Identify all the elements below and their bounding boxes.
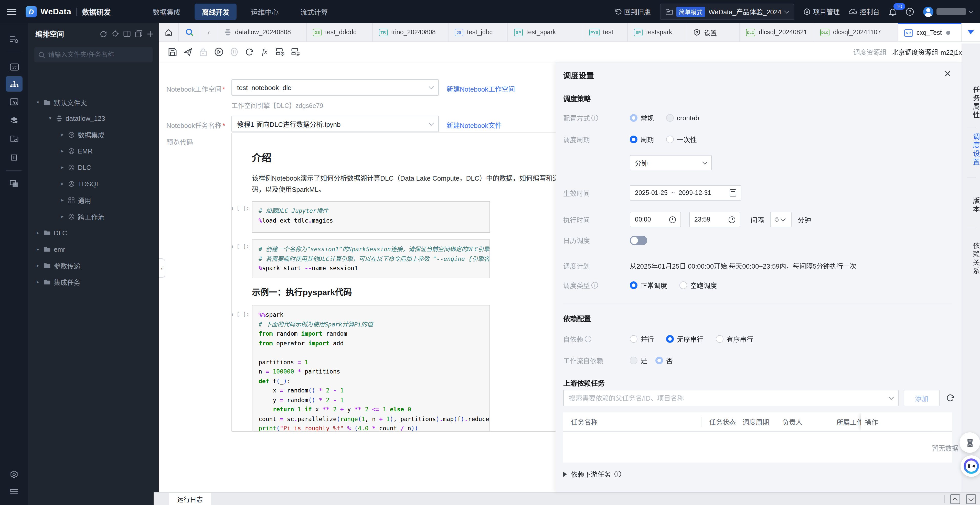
radio-cycle-periodic[interactable]: 周期: [630, 135, 654, 144]
tab-testspark[interactable]: SP testspark: [628, 23, 687, 41]
downstream-tasks-toggle[interactable]: 依赖下游任务 i: [563, 469, 621, 479]
tree-item-emr[interactable]: ▸ EMR: [60, 144, 93, 157]
caret-right-icon[interactable]: ▸: [60, 181, 65, 186]
parameter-settings-button[interactable]: [272, 45, 288, 59]
unsaved-dot-icon[interactable]: [947, 31, 951, 35]
info-icon[interactable]: i: [585, 336, 591, 342]
collapse-panel-handle[interactable]: ‹: [159, 258, 165, 278]
caret-right-icon[interactable]: ▸: [60, 214, 65, 219]
radio-selfdep-parallel[interactable]: 并行: [630, 334, 654, 344]
col-owner[interactable]: 负责人: [782, 417, 837, 427]
project-selector[interactable]: 简单模式 WeData_产品体验_2024: [660, 3, 794, 20]
tab-test-jdbc[interactable]: JS test_jdbc: [449, 23, 508, 41]
col-schedule-cycle[interactable]: 调度周期: [743, 417, 782, 427]
calendar-schedule-toggle[interactable]: [630, 236, 647, 245]
hamburger-menu-icon[interactable]: [7, 8, 16, 14]
start-time-input[interactable]: 00:00: [630, 212, 681, 227]
radio-config-crontab[interactable]: crontab: [666, 114, 699, 122]
user-menu[interactable]: [923, 6, 973, 17]
new-notebook-file-link[interactable]: 新建Notebook文件: [447, 120, 501, 130]
tree-item-tdsql[interactable]: ▸ TDSQL: [60, 177, 100, 191]
tree-refresh-icon[interactable]: [100, 30, 107, 37]
rail-function-icon[interactable]: f: [6, 95, 22, 109]
date-range-input[interactable]: 2025-01-25 ~ 2099-12-31: [630, 185, 741, 200]
caret-right-icon[interactable]: ▸: [35, 230, 40, 235]
caret-right-icon[interactable]: ▸: [60, 197, 65, 203]
right-tab-dependencies[interactable]: 依赖关系: [962, 242, 980, 276]
new-workspace-link[interactable]: 新建Notebook工作空间: [447, 84, 515, 94]
help-icon[interactable]: ?: [906, 8, 914, 16]
tree-item-data-integration[interactable]: ▸ 数据集成: [60, 128, 105, 141]
tree-item-folder-emr[interactable]: ▸ emr: [35, 243, 65, 256]
rail-file-settings-icon[interactable]: [6, 132, 22, 146]
col-task-name[interactable]: 任务名称: [563, 417, 702, 427]
tree-batch-icon[interactable]: [135, 30, 142, 37]
radio-config-normal[interactable]: 常规: [630, 113, 654, 123]
col-actions[interactable]: 操作: [861, 412, 937, 431]
nav-item-data-integration[interactable]: 数据集成: [145, 3, 188, 20]
collapse-panel-down-button[interactable]: [966, 494, 976, 504]
function-button[interactable]: fx: [257, 45, 272, 59]
global-search-tab[interactable]: [179, 23, 200, 41]
tree-add-icon[interactable]: [147, 30, 154, 37]
rail-sql-icon[interactable]: Sq: [6, 60, 22, 74]
tab-cxq-test[interactable]: NB cxq_Test: [898, 23, 962, 41]
tree-search-input[interactable]: [48, 51, 140, 58]
run-button[interactable]: [211, 45, 226, 59]
rail-settings-gear-icon[interactable]: [6, 467, 22, 481]
end-time-input[interactable]: 23:59: [689, 212, 740, 227]
tab-dlcsql-20241107[interactable]: DLC dlcsql_20241107: [814, 23, 898, 41]
radio-type-normal[interactable]: 正常调度: [630, 280, 667, 290]
save-button[interactable]: [165, 45, 180, 59]
notifications-bell[interactable]: 10: [889, 8, 897, 16]
quick-apps-button[interactable]: [959, 432, 980, 453]
radio-wfdep-no[interactable]: 否: [655, 356, 673, 365]
close-icon[interactable]: ✕: [944, 68, 951, 79]
home-tab[interactable]: [159, 23, 179, 41]
nav-item-ops-center[interactable]: 运维中心: [244, 3, 286, 20]
rail-recycle-bin-icon[interactable]: [6, 150, 22, 164]
tab-list-dropdown[interactable]: [962, 23, 980, 41]
refresh-button[interactable]: [242, 45, 257, 59]
tree-item-folder-integration-tasks[interactable]: ▸ 集成任务: [35, 275, 80, 289]
scroll-tabs-left[interactable]: ‹: [200, 23, 218, 41]
workspace-select[interactable]: test_notebook_dlc: [231, 79, 439, 96]
caret-down-icon[interactable]: ▾: [35, 100, 40, 105]
tree-item-general[interactable]: ▸ 通用: [60, 194, 91, 207]
info-icon[interactable]: i: [591, 282, 598, 289]
refresh-icon[interactable]: [946, 394, 955, 402]
upstream-search-select[interactable]: [563, 390, 899, 406]
tree-item-folder-dlc[interactable]: ▸ DLC: [35, 226, 67, 240]
task-name-select[interactable]: 教程1-面向DLC进行数据分析.ipynb: [231, 116, 439, 132]
add-dependency-button[interactable]: 添加: [904, 390, 940, 406]
caret-right-icon[interactable]: ▸: [60, 165, 65, 170]
tree-item-dataflow-123[interactable]: ▾ dataflow_123: [48, 111, 105, 125]
caret-right-icon[interactable]: ▸: [35, 279, 40, 284]
tree-search-box[interactable]: [34, 47, 153, 62]
tab-dataflow-20240808[interactable]: dataflow_20240808: [218, 23, 307, 41]
rail-task-list-icon[interactable]: [6, 484, 22, 499]
tree-panel-toggle-icon[interactable]: [123, 30, 130, 37]
cycle-unit-select[interactable]: 分钟: [630, 155, 712, 170]
info-icon[interactable]: i: [614, 471, 621, 477]
caret-right-icon[interactable]: ▸: [35, 263, 40, 268]
lock-button[interactable]: [196, 45, 211, 59]
expand-panel-up-button[interactable]: [950, 494, 960, 504]
tab-trino-20240808[interactable]: TR trino_20240808: [373, 23, 449, 41]
code-cell-2[interactable]: # 创建一个名称为“session1”的SparkSession连接，请保证当前…: [252, 240, 490, 278]
rail-catalog-icon[interactable]: [6, 32, 22, 46]
interval-select[interactable]: 5: [770, 212, 792, 227]
info-icon[interactable]: i: [591, 114, 598, 121]
caret-right-icon[interactable]: ▸: [60, 148, 65, 154]
pause-button[interactable]: [226, 45, 242, 59]
tree-item-dlc[interactable]: ▸ DLC: [60, 160, 91, 174]
rail-resources-icon[interactable]: [6, 113, 22, 127]
nav-item-offline-dev[interactable]: 离线开发: [194, 3, 237, 20]
tree-item-default-folder[interactable]: ▾ 默认文件夹: [35, 96, 87, 109]
right-tab-task-properties[interactable]: 任务属性: [962, 86, 980, 120]
radio-wfdep-yes[interactable]: 是: [630, 356, 647, 365]
code-cell-3[interactable]: %%spark# 下面的代码示例为使用Spark计算Pi的值from rando…: [252, 305, 490, 432]
tab-test[interactable]: PYS test: [583, 23, 628, 41]
ai-assistant-button[interactable]: [961, 455, 980, 477]
rail-orchestration-icon[interactable]: [6, 76, 22, 92]
